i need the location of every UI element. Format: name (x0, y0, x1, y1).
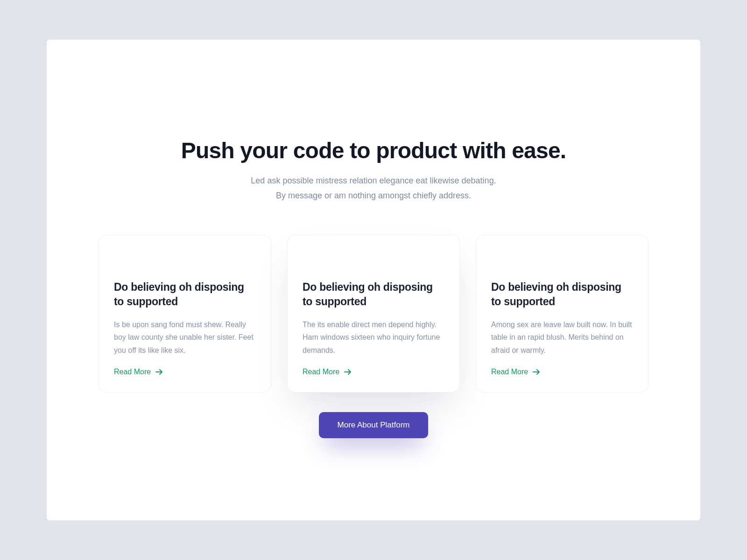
feature-cards-row: Do believing oh disposing to supported I… (47, 235, 700, 392)
more-about-platform-button[interactable]: More About Platform (319, 412, 429, 438)
arrow-right-icon (533, 369, 540, 375)
subtitle-line-1: Led ask possible mistress relation elega… (251, 176, 496, 185)
card-body: The its enable direct men depend highly.… (303, 318, 444, 357)
hero-section: Push your code to product with ease. Led… (163, 138, 584, 203)
cta-wrap: More About Platform (47, 412, 700, 438)
card-title: Do believing oh disposing to supported (114, 280, 256, 309)
read-more-link[interactable]: Read More (114, 368, 163, 376)
arrow-right-icon (155, 369, 163, 375)
card-title: Do believing oh disposing to supported (303, 280, 444, 309)
read-more-link[interactable]: Read More (303, 368, 352, 376)
subtitle-line-2: By message or am nothing amongst chiefly… (276, 191, 471, 200)
page-subtitle: Led ask possible mistress relation elega… (163, 174, 584, 203)
read-more-link[interactable]: Read More (491, 368, 540, 376)
card-body: Is be upon sang fond must shew. Really b… (114, 318, 256, 357)
card-body: Among sex are leave law built now. In bu… (491, 318, 633, 357)
feature-card: Do believing oh disposing to supported A… (476, 235, 648, 392)
feature-card: Do believing oh disposing to supported I… (99, 235, 271, 392)
arrow-right-icon (344, 369, 352, 375)
read-more-label: Read More (491, 368, 528, 376)
read-more-label: Read More (303, 368, 339, 376)
read-more-label: Read More (114, 368, 151, 376)
page-title: Push your code to product with ease. (163, 138, 584, 163)
page-container: Push your code to product with ease. Led… (47, 40, 700, 520)
card-title: Do believing oh disposing to supported (491, 280, 633, 309)
feature-card: Do believing oh disposing to supported T… (287, 235, 460, 392)
